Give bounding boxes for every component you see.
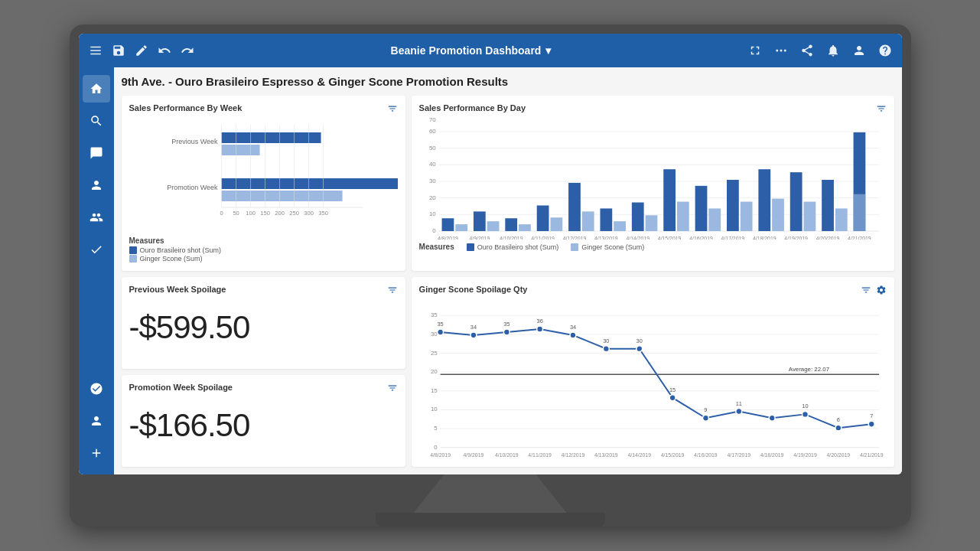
- expand-icon[interactable]: [747, 43, 763, 58]
- svg-text:4/10/2019: 4/10/2019: [495, 452, 519, 458]
- svg-text:4/15/2019: 4/15/2019: [657, 236, 681, 240]
- svg-text:Promotion Week: Promotion Week: [167, 184, 218, 191]
- sidebar-item-chat[interactable]: [83, 139, 110, 167]
- help-icon[interactable]: [877, 43, 893, 58]
- svg-text:4/9/2019: 4/9/2019: [463, 452, 483, 458]
- svg-text:34: 34: [470, 324, 476, 331]
- svg-text:6: 6: [836, 416, 839, 423]
- weekly-chart-title: Sales Performance By Week: [129, 103, 398, 112]
- svg-text:4/13/2019: 4/13/2019: [594, 452, 618, 458]
- prev-spoilage-filter-icon[interactable]: [387, 285, 398, 298]
- daily-bar-svg: 0 10 20 30 40 50 60 70: [419, 117, 887, 240]
- weekly-legend-ginger: Ginger Scone (Sum): [129, 255, 398, 262]
- sidebar-item-group[interactable]: [83, 204, 110, 231]
- svg-text:50: 50: [233, 210, 239, 217]
- daily-legend-ginger: Ginger Scone (Sum): [571, 243, 644, 251]
- svg-text:30: 30: [603, 337, 609, 344]
- svg-rect-63: [740, 202, 752, 231]
- save-icon[interactable]: [111, 43, 126, 58]
- svg-text:4/10/2019: 4/10/2019: [500, 236, 523, 240]
- svg-text:250: 250: [289, 210, 299, 217]
- svg-rect-58: [663, 169, 676, 231]
- daily-filter-icon[interactable]: [876, 103, 887, 117]
- svg-point-104: [437, 329, 443, 335]
- dropdown-chevron[interactable]: ▾: [545, 44, 551, 57]
- svg-text:15: 15: [669, 386, 676, 393]
- sidebar-item-search[interactable]: [83, 107, 110, 135]
- sidebar-item-check[interactable]: [83, 236, 110, 263]
- svg-rect-49: [519, 224, 531, 231]
- weekly-filter-icon[interactable]: [387, 103, 398, 117]
- edit-icon[interactable]: [134, 43, 149, 58]
- svg-text:Average: 22.07: Average: 22.07: [788, 366, 829, 373]
- svg-text:15: 15: [430, 387, 437, 394]
- more-icon[interactable]: [773, 43, 789, 58]
- redo-icon[interactable]: [180, 43, 195, 58]
- svg-rect-53: [581, 211, 594, 231]
- svg-point-109: [603, 346, 609, 352]
- svg-text:5: 5: [434, 425, 438, 432]
- svg-text:0: 0: [434, 444, 438, 451]
- svg-text:4/19/2019: 4/19/2019: [784, 236, 808, 240]
- dashboard-grid: Sales Performance By Week Previous Week …: [122, 96, 894, 467]
- notification-icon[interactable]: [825, 43, 841, 58]
- svg-rect-60: [695, 186, 707, 231]
- svg-text:4/17/2019: 4/17/2019: [721, 236, 744, 240]
- daily-measures: Measures Ouro Brasileiro shot (Sum) Ging…: [419, 243, 887, 253]
- sidebar-item-home[interactable]: [83, 75, 110, 103]
- svg-rect-52: [568, 183, 581, 231]
- line-gear-icon[interactable]: [876, 285, 887, 298]
- svg-point-108: [570, 332, 576, 338]
- svg-rect-71: [853, 194, 865, 231]
- svg-text:0: 0: [220, 210, 223, 217]
- sidebar-item-add[interactable]: [83, 439, 110, 467]
- svg-rect-65: [772, 199, 784, 231]
- svg-rect-44: [441, 218, 454, 231]
- svg-point-110: [636, 346, 642, 352]
- svg-point-4: [780, 50, 782, 52]
- svg-point-111: [669, 395, 676, 401]
- svg-point-5: [783, 50, 786, 52]
- user-icon[interactable]: [851, 43, 867, 58]
- svg-text:70: 70: [429, 117, 436, 123]
- main-layout: 9th Ave. - Ouro Brasileiro Espresso & Gi…: [79, 67, 902, 474]
- svg-rect-61: [708, 208, 721, 231]
- line-chart-svg: 0 5 10 15 20 25 30 35: [419, 298, 887, 467]
- svg-text:30: 30: [430, 331, 437, 337]
- weekly-bar-chart-card: Sales Performance By Week Previous Week …: [122, 96, 405, 271]
- svg-rect-10: [221, 145, 259, 155]
- svg-rect-68: [822, 180, 834, 231]
- svg-rect-0: [90, 47, 101, 48]
- monitor-base: [376, 513, 605, 527]
- svg-rect-48: [505, 218, 517, 231]
- svg-rect-47: [487, 221, 499, 231]
- svg-rect-50: [536, 205, 549, 231]
- svg-text:20: 20: [429, 194, 436, 201]
- svg-text:10: 10: [802, 403, 808, 410]
- promo-spoilage-filter-icon[interactable]: [387, 383, 398, 396]
- svg-text:25: 25: [430, 350, 437, 357]
- sidebar-item-user-alt[interactable]: [83, 407, 110, 435]
- svg-text:4/8/2019: 4/8/2019: [438, 236, 458, 240]
- line-filter-icon[interactable]: [861, 285, 871, 298]
- sidebar-item-check-circle[interactable]: [83, 375, 110, 403]
- svg-text:200: 200: [275, 210, 285, 217]
- toolbar-right: [747, 43, 893, 58]
- svg-text:4/16/2019: 4/16/2019: [689, 236, 713, 240]
- share-icon[interactable]: [799, 43, 815, 58]
- toolbar-center: Beanie Promotion Dashboard ▾: [195, 44, 747, 57]
- daily-bar-chart-card: Sales Performance By Day 0 10 20 30: [412, 96, 894, 271]
- prev-spoilage-card: Previous Week Spoilage -$599.50: [122, 277, 405, 369]
- svg-rect-57: [645, 215, 657, 231]
- line-chart-title: Ginger Scone Spoilage Qty: [419, 285, 887, 294]
- weekly-legend-ouro: Ouro Brasileiro shot (Sum): [129, 246, 398, 254]
- menu-icon[interactable]: [88, 43, 103, 58]
- svg-rect-11: [221, 191, 342, 201]
- svg-point-113: [735, 409, 741, 415]
- weekly-bar-chart: Previous Week Promotion Week: [129, 117, 398, 232]
- sidebar-item-user[interactable]: [83, 171, 110, 199]
- svg-text:0: 0: [432, 227, 436, 234]
- undo-icon[interactable]: [157, 43, 172, 58]
- toolbar: Beanie Promotion Dashboard ▾: [79, 34, 902, 67]
- promo-spoilage-value: -$166.50: [129, 407, 398, 444]
